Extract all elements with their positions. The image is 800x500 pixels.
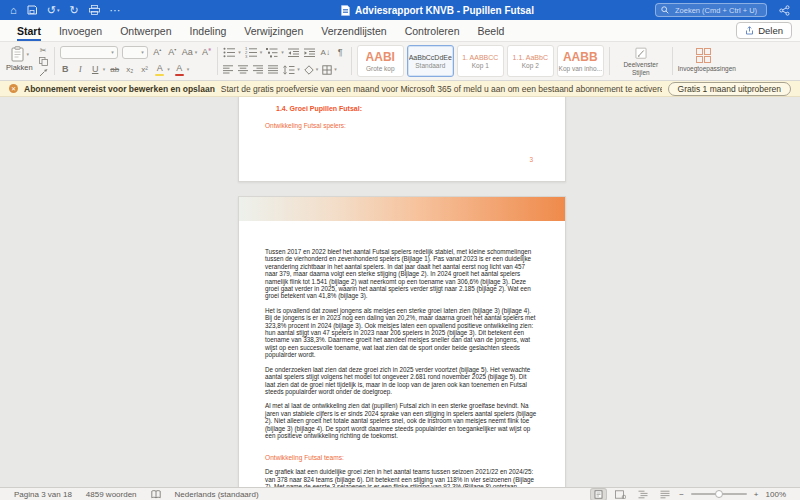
document-page-4[interactable]: Tussen 2017 en 2022 bleef het aantal Fut… [238,196,566,487]
style-kop-1[interactable]: 1. AABBCC Kop 1 [457,45,504,77]
section-subheading: Ontwikkeling Futsal spelers: [265,122,346,129]
clipboard-group: ▾ Plakken ✂ [6,45,49,77]
underline-button[interactable]: U [90,65,101,74]
copy-icon[interactable] [39,57,48,66]
page-number: 3 [529,156,533,163]
highlight-color-button[interactable]: A [154,64,165,76]
decrease-indent-icon[interactable] [288,48,300,58]
zoom-slider[interactable] [691,493,747,495]
zoom-in-button[interactable]: + [754,490,759,499]
proofing-icon[interactable] [151,490,161,499]
subscription-notification-bar: ✕ Abonnement vereist voor bewerken en op… [0,81,800,97]
shading-button[interactable]: ▾ [304,65,319,75]
tab-controleren[interactable]: Controleren [396,21,469,41]
pilcrow-icon[interactable]: ¶ [335,48,346,57]
window-title: Adviesrapport KNVB - Pupillen Futsal [355,5,534,16]
word-count[interactable]: 4859 woorden [86,490,137,499]
line-spacing-button[interactable]: ▾ [283,65,300,75]
clear-formatting-icon[interactable]: A [201,48,212,57]
search-input[interactable] [673,5,761,16]
home-icon[interactable]: ⌂ [10,5,17,16]
font-color-button[interactable]: A [174,64,185,76]
body-paragraph: De onderzoeken laat zien dat deze groei … [265,366,538,396]
borders-button[interactable]: ▾ [322,65,337,75]
tab-ontwerpen[interactable]: Ontwerpen [111,21,180,41]
share-button[interactable]: Delen [736,22,792,39]
styles-pane-button[interactable]: Deelvenster Stijlen [615,45,667,77]
subscript-button[interactable]: x₂ [124,66,135,74]
window-title-area: Adviesrapport KNVB - Pupillen Futsal [220,5,655,16]
save-icon[interactable] [27,5,37,15]
more-commands-icon[interactable]: ⋯ [110,5,121,16]
print-icon[interactable] [89,5,100,15]
sort-icon[interactable]: A↓ [320,49,331,57]
undo-icon[interactable]: ↺▾ [47,5,60,16]
styles-gallery: AABI Grote kop AaBbCcDdEe Standaard 1. A… [357,45,604,77]
style-kop-van-inhoud[interactable]: AABB Kop van inho... [557,45,604,77]
section-heading: 1.4. Groei Pupillen Futsal: [276,105,362,112]
search-icon [661,6,669,14]
superscript-button[interactable]: x² [139,66,150,74]
share-button-label: Delen [758,25,783,36]
zoom-out-button[interactable]: − [679,490,684,499]
web-layout-view-icon[interactable] [613,489,628,500]
body-paragraph: Het is opvallend dat zowel jongens als m… [265,307,538,359]
font-size-select[interactable]: ▾ [122,46,148,59]
shrink-font-icon[interactable]: A [167,48,178,57]
addins-button[interactable]: Invoegtoepassingen [678,45,730,77]
notification-message: Start de gratis proefversie van een maan… [221,84,662,94]
paste-button[interactable]: ▾ Plakken [6,46,33,72]
document-canvas[interactable]: 1.4. Groei Pupillen Futsal: Ontwikkeling… [0,97,800,487]
page-indicator[interactable]: Pagina 3 van 18 [14,490,72,499]
paste-label: Plakken [6,63,33,72]
language-indicator[interactable]: Nederlands (standaard) [175,490,259,499]
bullet-list-button[interactable]: ▾ [223,47,241,58]
style-standaard[interactable]: AaBbCcDdEe Standaard [407,45,454,77]
word-window: ⌂ ↺▾ ↻ ⋯ Adviesrapport KNVB - Pupillen F… [0,0,800,500]
zoom-slider-thumb[interactable] [715,490,723,498]
style-kop-2[interactable]: 1.1. AaBbC Kop 2 [507,45,554,77]
print-layout-view-icon[interactable] [591,489,606,500]
paragraph-group: ▾ 123 ▾ ▾ A↓ ¶ [223,45,346,77]
outline-view-icon[interactable] [635,489,650,500]
trial-button[interactable]: Gratis 1 maand uitproberen [668,82,791,96]
bold-button[interactable]: B [60,65,71,74]
document-page-3[interactable]: 1.4. Groei Pupillen Futsal: Ontwikkeling… [238,97,566,182]
tab-start[interactable]: Start [8,21,50,41]
grow-font-icon[interactable]: A [152,48,163,57]
cut-icon[interactable]: ✂ [38,47,49,55]
tab-beeld[interactable]: Beeld [469,21,514,41]
share-link-icon[interactable] [779,5,790,16]
tab-invoegen[interactable]: Invoegen [50,21,111,41]
font-group: ▾ ▾ A A Aa▾ A B I U▾ ab x₂ x² A [60,45,213,77]
search-box[interactable] [655,3,767,17]
align-right-icon[interactable] [253,65,264,74]
body-paragraph: De grafiek laat een duidelijke groei zie… [265,468,538,487]
justify-icon[interactable] [268,65,279,74]
tab-indeling[interactable]: Indeling [181,21,236,41]
strikethrough-button[interactable]: ab [109,66,120,74]
change-case-icon[interactable]: Aa [182,48,193,57]
page-header-gradient [239,197,565,221]
multilevel-list-button[interactable]: ▾ [266,47,284,58]
tab-verwijzingen[interactable]: Verwijzingen [235,21,312,41]
increase-indent-icon[interactable] [304,48,316,58]
align-center-icon[interactable] [238,65,249,74]
zoom-level[interactable]: 100% [766,490,786,499]
align-left-icon[interactable] [223,65,234,74]
redo-icon[interactable]: ↻ [69,5,78,16]
tab-verzendlijsten[interactable]: Verzendlijsten [312,21,395,41]
ribbon: ▾ Plakken ✂ ▾ ▾ [0,42,800,81]
draft-view-icon[interactable] [657,489,672,500]
style-grote-kop[interactable]: AABI Grote kop [357,45,404,77]
numbered-list-button[interactable]: 123 ▾ [245,47,263,58]
body-paragraph: Tussen 2017 en 2022 bleef het aantal Fut… [265,248,538,300]
teams-heading: Ontwikkeling Futsal teams: [265,454,538,461]
format-painter-icon[interactable] [39,68,48,77]
italic-button[interactable]: I [75,65,86,74]
titlebar: ⌂ ↺▾ ↻ ⋯ Adviesrapport KNVB - Pupillen F… [0,0,800,20]
titlebar-right [655,3,790,17]
warning-icon: ✕ [9,84,18,93]
share-icon [745,26,754,35]
font-name-select[interactable]: ▾ [60,46,118,59]
